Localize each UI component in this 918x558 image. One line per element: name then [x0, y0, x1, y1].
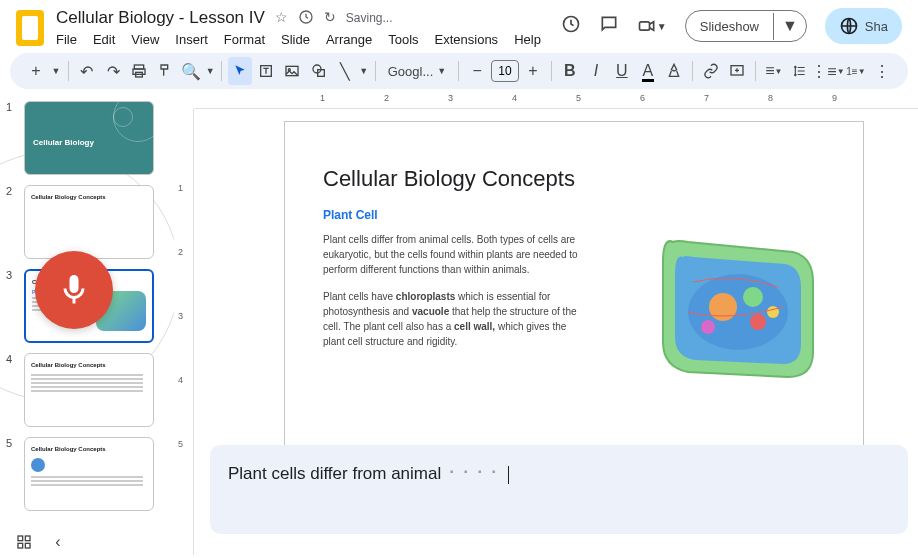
- share-button[interactable]: Sha: [825, 8, 902, 44]
- svg-point-16: [750, 314, 766, 330]
- bullet-list-button[interactable]: ⋮≡▼: [814, 57, 842, 85]
- ruler-horizontal: 1 2 3 4 5 6 7 8 9: [194, 91, 918, 109]
- slide-thumb-1[interactable]: Cellular Biology: [24, 101, 154, 175]
- more-button[interactable]: ⋮: [870, 57, 894, 85]
- caption-pending: ⠂⠂⠂⠂: [441, 464, 504, 483]
- grid-view-button[interactable]: [14, 532, 34, 552]
- shape-tool[interactable]: [306, 57, 330, 85]
- slideshow-dropdown[interactable]: ▼: [774, 11, 806, 41]
- slide-canvas[interactable]: Cellular Biology Concepts Plant Cell Pla…: [284, 121, 864, 451]
- italic-button[interactable]: I: [584, 57, 608, 85]
- svg-point-18: [767, 306, 779, 318]
- add-comment-button[interactable]: [725, 57, 749, 85]
- new-slide-button[interactable]: +: [24, 57, 48, 85]
- voice-caption-bar: Plant cells differ from animal ⠂⠂⠂⠂: [210, 445, 908, 534]
- slide-paragraph-1[interactable]: Plant cells differ from animal cells. Bo…: [323, 232, 583, 277]
- collapse-panel-button[interactable]: ‹: [48, 532, 68, 552]
- svg-rect-19: [18, 536, 23, 541]
- ruler-vertical: 1 2 3 4 5: [174, 109, 194, 555]
- slide-thumb-5[interactable]: Cellular Biology Concepts: [24, 437, 154, 511]
- increase-font[interactable]: +: [521, 57, 545, 85]
- zoom-button[interactable]: 🔍: [179, 57, 203, 85]
- bottom-bar: ‹: [14, 532, 68, 552]
- line-spacing-button[interactable]: [788, 57, 812, 85]
- doc-title[interactable]: Cellular Biology - Lesson IV: [56, 8, 265, 28]
- line-dropdown[interactable]: ▼: [359, 57, 369, 85]
- highlight-button[interactable]: [662, 57, 686, 85]
- header: Cellular Biology - Lesson IV ☆ ↻ Saving.…: [0, 0, 918, 51]
- bold-button[interactable]: B: [558, 57, 582, 85]
- align-button[interactable]: ≡▼: [762, 57, 786, 85]
- comment-icon[interactable]: [599, 14, 619, 38]
- slide-paragraph-2[interactable]: Plant cells have chloroplasts which is e…: [323, 289, 583, 349]
- decrease-font[interactable]: −: [465, 57, 489, 85]
- history-icon[interactable]: [561, 14, 581, 38]
- move-icon[interactable]: [298, 9, 314, 28]
- slide-title[interactable]: Cellular Biology Concepts: [323, 166, 825, 192]
- link-button[interactable]: [699, 57, 723, 85]
- paint-format-button[interactable]: [153, 57, 177, 85]
- menu-file[interactable]: File: [56, 32, 77, 47]
- toolbar: + ▼ ↶ ↷ 🔍 ▼ ╲ ▼ Googl...▼ − 10 + B I U A…: [10, 53, 908, 89]
- menu-tools[interactable]: Tools: [388, 32, 418, 47]
- plant-cell-image[interactable]: [633, 212, 833, 392]
- save-status: Saving...: [346, 11, 393, 25]
- redo-button[interactable]: ↷: [101, 57, 125, 85]
- slide-panel: 1 Cellular Biology 2 Cellular Biology Co…: [0, 91, 174, 555]
- caption-cursor: [508, 466, 509, 484]
- svg-rect-20: [25, 536, 30, 541]
- font-size-input[interactable]: 10: [491, 60, 519, 82]
- menu-format[interactable]: Format: [224, 32, 265, 47]
- undo-button[interactable]: ↶: [75, 57, 99, 85]
- caption-text: Plant cells differ from animal: [228, 464, 441, 483]
- cloud-status-icon[interactable]: ↻: [324, 9, 336, 28]
- menu-help[interactable]: Help: [514, 32, 541, 47]
- slide-thumb-2[interactable]: Cellular Biology Concepts: [24, 185, 154, 259]
- menu-arrange[interactable]: Arrange: [326, 32, 372, 47]
- voice-typing-button[interactable]: [35, 251, 113, 329]
- menu-extensions[interactable]: Extensions: [435, 32, 499, 47]
- print-button[interactable]: [127, 57, 151, 85]
- underline-button[interactable]: U: [610, 57, 634, 85]
- star-icon[interactable]: ☆: [275, 9, 288, 28]
- slideshow-button[interactable]: Slideshow ▼: [685, 10, 807, 42]
- textbox-tool[interactable]: [254, 57, 278, 85]
- svg-rect-21: [18, 543, 23, 548]
- menu-view[interactable]: View: [131, 32, 159, 47]
- video-icon[interactable]: ▼: [637, 16, 667, 36]
- menu-edit[interactable]: Edit: [93, 32, 115, 47]
- svg-rect-22: [25, 543, 30, 548]
- font-selector[interactable]: Googl...▼: [382, 64, 452, 79]
- slide-thumb-4[interactable]: Cellular Biology Concepts: [24, 353, 154, 427]
- menu-slide[interactable]: Slide: [281, 32, 310, 47]
- svg-rect-2: [639, 22, 649, 30]
- select-tool[interactable]: [228, 57, 252, 85]
- menu-insert[interactable]: Insert: [175, 32, 208, 47]
- svg-point-14: [709, 293, 737, 321]
- line-tool[interactable]: ╲: [333, 57, 357, 85]
- zoom-dropdown[interactable]: ▼: [205, 57, 215, 85]
- text-color-button[interactable]: A: [636, 57, 660, 85]
- image-tool[interactable]: [280, 57, 304, 85]
- menu-bar: File Edit View Insert Format Slide Arran…: [56, 32, 549, 47]
- svg-point-17: [701, 320, 715, 334]
- new-slide-dropdown[interactable]: ▼: [50, 57, 62, 85]
- numbered-list-button[interactable]: 1≡▼: [844, 57, 868, 85]
- svg-point-15: [743, 287, 763, 307]
- slides-logo[interactable]: [16, 10, 44, 46]
